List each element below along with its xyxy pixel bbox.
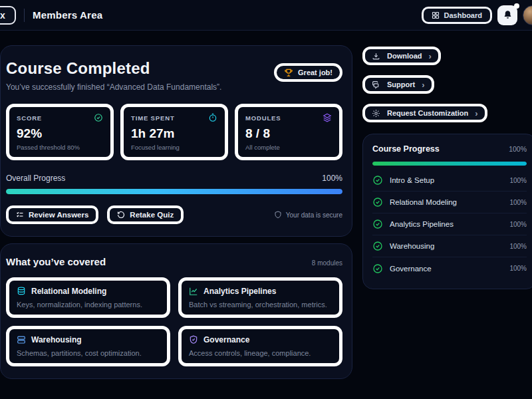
timer-icon (208, 113, 217, 122)
great-job-badge[interactable]: Great job! (274, 63, 342, 82)
progress-row-warehousing[interactable]: Warehousing 100% (372, 235, 527, 257)
retake-quiz-label: Retake Quiz (130, 211, 174, 219)
main-column: Course Completed You’ve successfully fin… (0, 45, 352, 379)
support-button-label: Support (387, 80, 415, 88)
module-desc: Schemas, partitions, cost optimization. (17, 349, 160, 357)
chevron-right-icon: › (429, 51, 432, 61)
chat-icon (372, 80, 380, 89)
circle-check-icon (372, 219, 383, 229)
module-title: Relational Modeling (31, 287, 106, 296)
module-title: Warehousing (31, 335, 82, 344)
circle-check-icon (372, 263, 383, 274)
course-completed-card: Course Completed You’ve successfully fin… (0, 45, 352, 237)
review-answers-label: Review Answers (29, 211, 88, 219)
covered-card: What you’ve covered 8 modules Relational… (0, 243, 352, 379)
course-completed-subtitle: You’ve successfully finished “Advanced D… (6, 82, 221, 92)
avatar[interactable] (523, 5, 532, 25)
course-progress-panel: Course Progress 100% Intro & Setup 100% … (362, 134, 532, 289)
course-completed-title: Course Completed (6, 59, 221, 78)
trophy-icon (284, 68, 293, 77)
support-button[interactable]: Support › (362, 75, 434, 94)
module-card-analytics-pipelines[interactable]: Analytics Pipelines Batch vs streaming, … (178, 277, 342, 318)
layers-icon (323, 113, 332, 122)
progress-row-label: Analytics Pipelines (390, 220, 454, 228)
module-card-relational-modeling[interactable]: Relational Modeling Keys, normalization,… (6, 277, 170, 318)
progress-row-label: Intro & Setup (390, 176, 434, 184)
shield-icon (274, 211, 282, 219)
secure-note: Your data is secure (274, 211, 342, 219)
progress-row-intro-setup[interactable]: Intro & Setup 100% (372, 170, 527, 192)
overall-progress-value: 100% (322, 174, 342, 183)
circle-check-icon (94, 113, 103, 122)
app-logo[interactable]: x (0, 6, 16, 25)
module-card-governance[interactable]: Governance Access controls, lineage, com… (178, 326, 342, 366)
top-bar: x Members Area Dashboard (0, 0, 532, 31)
overall-progress-bar (6, 189, 342, 194)
great-job-badge-label: Great job! (298, 68, 332, 76)
review-answers-button[interactable]: Review Answers (6, 205, 98, 224)
stat-modules-label: MODULES (245, 114, 281, 122)
course-progress-bar (372, 162, 527, 166)
course-progress-fill (372, 162, 527, 166)
module-title: Governance (203, 335, 249, 344)
download-icon (372, 52, 380, 61)
request-customization-label: Request Customization (387, 109, 468, 117)
stat-card-score[interactable]: SCORE 92% Passed threshold 80% (6, 104, 114, 160)
logo-text: x (0, 10, 5, 21)
side-column: Download › Support › Request Customizati… (362, 47, 532, 289)
covered-title: What you’ve covered (6, 256, 106, 267)
course-progress-value: 100% (509, 145, 527, 153)
stat-modules-value: 8 / 8 (245, 126, 332, 141)
stat-time-label: TIME SPENT (131, 114, 175, 122)
progress-row-value: 100% (509, 243, 527, 250)
retry-icon (117, 211, 125, 219)
stat-modules-caption: All complete (245, 144, 332, 151)
circle-check-icon (372, 197, 383, 207)
progress-row-label: Warehousing (390, 242, 434, 250)
progress-row-label: Relational Modeling (390, 198, 457, 206)
modules-grid: Relational Modeling Keys, normalization,… (6, 277, 342, 366)
download-button[interactable]: Download › (362, 47, 441, 65)
bell-icon (503, 10, 513, 20)
header-divider (24, 9, 25, 22)
server-icon (17, 335, 26, 344)
stat-card-time-spent[interactable]: TIME SPENT 1h 27m Focused learning (120, 104, 228, 160)
retake-quiz-button[interactable]: Retake Quiz (107, 205, 184, 224)
module-desc: Batch vs streaming, orchestration, metri… (189, 301, 332, 309)
circle-check-icon (372, 241, 383, 251)
stat-score-label: SCORE (17, 114, 42, 122)
progress-row-value: 100% (509, 265, 527, 272)
module-desc: Access controls, lineage, compliance. (189, 349, 332, 357)
progress-row-value: 100% (509, 177, 527, 184)
stat-time-caption: Focused learning (131, 144, 217, 151)
module-desc: Keys, normalization, indexing patterns. (17, 301, 160, 309)
stat-score-value: 92% (17, 126, 103, 141)
notifications-button[interactable] (497, 5, 517, 25)
gear-icon (372, 109, 380, 118)
stat-time-value: 1h 27m (131, 126, 217, 141)
module-title: Analytics Pipelines (203, 287, 276, 296)
database-icon (17, 287, 26, 296)
progress-row-relational-modeling[interactable]: Relational Modeling 100% (372, 192, 527, 213)
progress-row-label: Governance (390, 265, 432, 273)
page-title: Members Area (33, 9, 102, 21)
request-customization-button[interactable]: Request Customization › (362, 104, 487, 122)
shield-check-icon (189, 335, 198, 344)
progress-row-value: 100% (509, 199, 527, 206)
progress-row-governance[interactable]: Governance 100% (372, 257, 527, 279)
covered-count: 8 modules (312, 259, 342, 267)
stat-score-caption: Passed threshold 80% (17, 144, 103, 151)
line-chart-icon (189, 287, 198, 296)
stat-card-modules[interactable]: MODULES 8 / 8 All complete (235, 104, 342, 160)
secure-note-label: Your data is secure (286, 211, 342, 219)
progress-row-analytics-pipelines[interactable]: Analytics Pipelines 100% (372, 213, 527, 235)
download-button-label: Download (387, 52, 422, 60)
dashboard-button[interactable]: Dashboard (422, 7, 492, 24)
circle-check-icon (372, 175, 383, 186)
notification-dot (514, 3, 519, 9)
chevron-right-icon: › (475, 108, 477, 118)
module-card-warehousing[interactable]: Warehousing Schemas, partitions, cost op… (6, 326, 170, 366)
chevron-right-icon: › (422, 80, 424, 90)
course-progress-title: Course Progress (372, 144, 440, 154)
overall-progress-label: Overall Progress (6, 174, 65, 183)
